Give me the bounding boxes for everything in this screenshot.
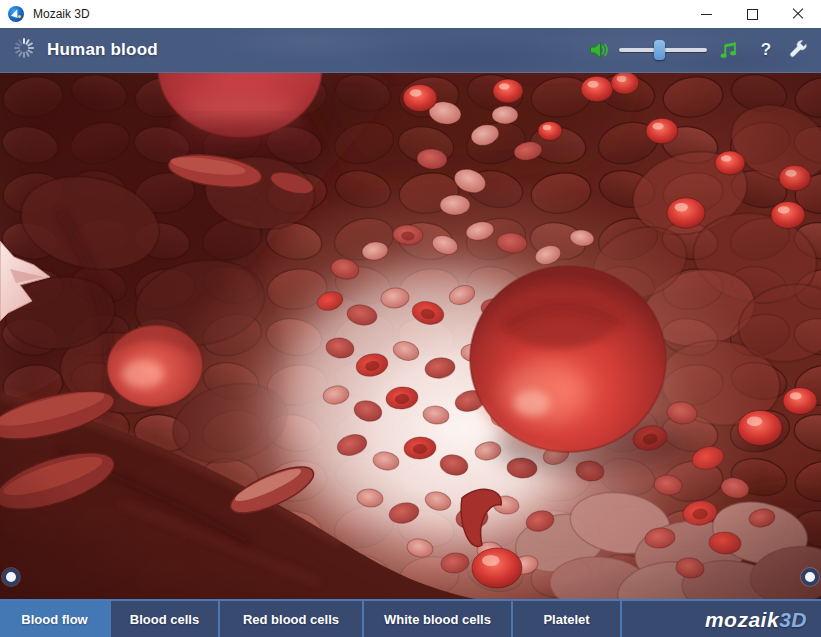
scene-3d-blood-vessel[interactable] [0, 73, 821, 599]
tab-white-blood-cells[interactable]: White blood cells [364, 601, 513, 637]
maximize-icon [747, 9, 758, 20]
scene-corner-button-right[interactable] [801, 568, 819, 586]
help-icon[interactable]: ? [753, 40, 779, 60]
blood-vessel-render [0, 73, 821, 599]
tab-red-blood-cells[interactable]: Red blood cells [220, 601, 364, 637]
tab-platelet[interactable]: Platelet [513, 601, 622, 637]
music-icon[interactable] [719, 40, 739, 60]
titlebar[interactable]: Mozaik 3D [0, 0, 821, 28]
maximize-button[interactable] [729, 0, 775, 28]
page-title: Human blood [47, 40, 158, 60]
close-button[interactable] [775, 0, 821, 28]
vignette [0, 73, 821, 599]
tab-blood-flow[interactable]: Blood flow [0, 601, 111, 637]
close-icon [792, 8, 804, 20]
volume-icon[interactable] [589, 40, 611, 60]
settings-wrench-icon[interactable] [787, 39, 809, 61]
tab-bar: Blood flow Blood cells Red blood cells W… [0, 599, 821, 637]
minimize-icon [701, 14, 712, 15]
window-controls [683, 0, 821, 28]
mozaik3d-logo: mozaik3D [705, 608, 807, 632]
mozaik3d-window: Mozaik 3D [0, 0, 821, 637]
tab-blood-cells[interactable]: Blood cells [111, 601, 220, 637]
scene-corner-button-left[interactable] [2, 568, 20, 586]
app-header: Human blood [0, 28, 821, 73]
mozaik-app-icon [8, 6, 24, 22]
volume-slider[interactable] [619, 40, 707, 60]
window-title: Mozaik 3D [33, 7, 90, 21]
volume-slider-thumb[interactable] [654, 40, 665, 60]
spinner-icon [13, 37, 35, 63]
minimize-button[interactable] [683, 0, 729, 28]
